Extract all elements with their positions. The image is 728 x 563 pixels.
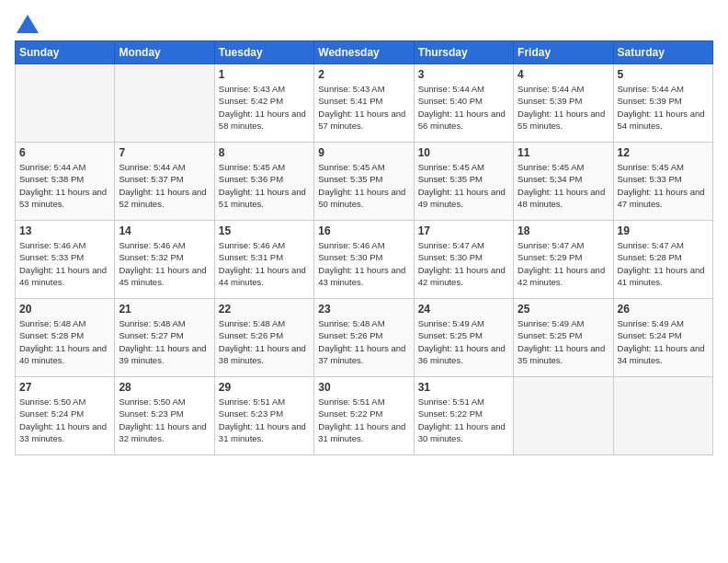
sunrise-text: Sunrise: 5:44 AM (19, 162, 85, 172)
calendar-cell (115, 64, 214, 143)
day-number: 2 (318, 68, 409, 81)
daylight-text: Daylight: 11 hours and 31 minutes. (219, 421, 306, 443)
day-number: 6 (19, 146, 110, 159)
day-number: 30 (318, 381, 409, 394)
day-number: 14 (119, 224, 210, 237)
calendar-cell: 9 Sunrise: 5:45 AM Sunset: 5:35 PM Dayli… (314, 143, 414, 221)
calendar-cell: 13 Sunrise: 5:46 AM Sunset: 5:33 PM Dayl… (16, 221, 115, 299)
sunset-text: Sunset: 5:35 PM (418, 174, 483, 184)
daylight-text: Daylight: 11 hours and 32 minutes. (119, 421, 206, 443)
sunrise-text: Sunrise: 5:43 AM (318, 84, 384, 94)
calendar-cell: 16 Sunrise: 5:46 AM Sunset: 5:30 PM Dayl… (314, 221, 414, 299)
sunset-text: Sunset: 5:30 PM (318, 252, 382, 262)
daylight-text: Daylight: 11 hours and 41 minutes. (618, 265, 705, 287)
sunset-text: Sunset: 5:42 PM (219, 96, 283, 106)
sunset-text: Sunset: 5:22 PM (318, 408, 382, 419)
sunrise-text: Sunrise: 5:45 AM (318, 162, 384, 172)
sunset-text: Sunset: 5:38 PM (19, 174, 84, 184)
calendar-week-4: 20 Sunrise: 5:48 AM Sunset: 5:28 PM Dayl… (16, 299, 713, 377)
day-number: 16 (318, 224, 409, 237)
day-header-wednesday: Wednesday (314, 41, 414, 64)
sunset-text: Sunset: 5:41 PM (318, 96, 382, 106)
calendar-cell: 3 Sunrise: 5:44 AM Sunset: 5:40 PM Dayli… (414, 64, 513, 143)
daylight-text: Daylight: 11 hours and 50 minutes. (318, 187, 405, 209)
day-number: 22 (219, 303, 310, 316)
daylight-text: Daylight: 11 hours and 35 minutes. (518, 343, 605, 365)
calendar-cell: 11 Sunrise: 5:45 AM Sunset: 5:34 PM Dayl… (514, 143, 613, 221)
day-info: Sunrise: 5:47 AM Sunset: 5:28 PM Dayligh… (618, 239, 709, 288)
daylight-text: Daylight: 11 hours and 45 minutes. (119, 265, 206, 287)
day-info: Sunrise: 5:48 AM Sunset: 5:26 PM Dayligh… (318, 317, 409, 366)
sunrise-text: Sunrise: 5:46 AM (219, 240, 285, 250)
sunset-text: Sunset: 5:33 PM (618, 174, 682, 184)
sunrise-text: Sunrise: 5:45 AM (219, 162, 285, 172)
day-number: 19 (618, 224, 709, 237)
daylight-text: Daylight: 11 hours and 56 minutes. (418, 109, 506, 131)
daylight-text: Daylight: 11 hours and 34 minutes. (618, 343, 705, 365)
daylight-text: Daylight: 11 hours and 52 minutes. (119, 187, 206, 209)
day-info: Sunrise: 5:44 AM Sunset: 5:39 PM Dayligh… (518, 83, 609, 132)
sunset-text: Sunset: 5:23 PM (219, 408, 283, 419)
day-header-tuesday: Tuesday (214, 41, 313, 64)
sunrise-text: Sunrise: 5:49 AM (418, 318, 484, 328)
day-info: Sunrise: 5:51 AM Sunset: 5:23 PM Dayligh… (219, 396, 310, 444)
sunset-text: Sunset: 5:31 PM (219, 252, 283, 262)
calendar-cell: 31 Sunrise: 5:51 AM Sunset: 5:22 PM Dayl… (414, 377, 513, 455)
sunset-text: Sunset: 5:22 PM (418, 408, 483, 419)
day-info: Sunrise: 5:47 AM Sunset: 5:30 PM Dayligh… (418, 239, 509, 288)
day-number: 17 (418, 224, 509, 237)
logo (15, 15, 39, 33)
day-number: 31 (418, 381, 509, 394)
calendar-cell: 1 Sunrise: 5:43 AM Sunset: 5:42 PM Dayli… (214, 64, 313, 143)
day-header-monday: Monday (115, 41, 214, 64)
daylight-text: Daylight: 11 hours and 33 minutes. (19, 421, 107, 443)
day-info: Sunrise: 5:48 AM Sunset: 5:27 PM Dayligh… (119, 317, 210, 366)
sunset-text: Sunset: 5:25 PM (418, 330, 483, 340)
daylight-text: Daylight: 11 hours and 55 minutes. (518, 109, 605, 131)
sunrise-text: Sunrise: 5:50 AM (19, 396, 85, 407)
day-info: Sunrise: 5:44 AM Sunset: 5:37 PM Dayligh… (119, 161, 210, 210)
calendar-cell: 6 Sunrise: 5:44 AM Sunset: 5:38 PM Dayli… (16, 143, 115, 221)
day-info: Sunrise: 5:45 AM Sunset: 5:34 PM Dayligh… (518, 161, 609, 210)
sunset-text: Sunset: 5:34 PM (518, 174, 582, 184)
day-number: 27 (19, 381, 110, 394)
day-number: 10 (418, 146, 509, 159)
sunrise-text: Sunrise: 5:45 AM (518, 162, 584, 172)
sunrise-text: Sunrise: 5:46 AM (119, 240, 185, 250)
calendar-week-2: 6 Sunrise: 5:44 AM Sunset: 5:38 PM Dayli… (16, 143, 713, 221)
sunrise-text: Sunrise: 5:44 AM (518, 84, 584, 94)
sunset-text: Sunset: 5:25 PM (518, 330, 582, 340)
sunrise-text: Sunrise: 5:47 AM (418, 240, 484, 250)
day-info: Sunrise: 5:49 AM Sunset: 5:24 PM Dayligh… (618, 317, 709, 366)
sunrise-text: Sunrise: 5:46 AM (318, 240, 384, 250)
day-number: 11 (518, 146, 609, 159)
day-number: 21 (119, 303, 210, 316)
day-info: Sunrise: 5:46 AM Sunset: 5:30 PM Dayligh… (318, 239, 409, 288)
calendar-cell: 22 Sunrise: 5:48 AM Sunset: 5:26 PM Dayl… (214, 299, 313, 377)
calendar-cell (613, 377, 712, 455)
calendar-cell: 26 Sunrise: 5:49 AM Sunset: 5:24 PM Dayl… (613, 299, 712, 377)
calendar-cell: 18 Sunrise: 5:47 AM Sunset: 5:29 PM Dayl… (514, 221, 613, 299)
page-header (15, 15, 713, 33)
svg-marker-0 (17, 15, 39, 33)
calendar-table: SundayMondayTuesdayWednesdayThursdayFrid… (15, 40, 713, 455)
sunset-text: Sunset: 5:24 PM (19, 408, 84, 419)
day-info: Sunrise: 5:45 AM Sunset: 5:36 PM Dayligh… (219, 161, 310, 210)
calendar-cell: 25 Sunrise: 5:49 AM Sunset: 5:25 PM Dayl… (514, 299, 613, 377)
day-info: Sunrise: 5:43 AM Sunset: 5:41 PM Dayligh… (318, 83, 409, 132)
calendar-cell: 30 Sunrise: 5:51 AM Sunset: 5:22 PM Dayl… (314, 377, 414, 455)
daylight-text: Daylight: 11 hours and 36 minutes. (418, 343, 506, 365)
daylight-text: Daylight: 11 hours and 42 minutes. (418, 265, 506, 287)
daylight-text: Daylight: 11 hours and 38 minutes. (219, 343, 306, 365)
daylight-text: Daylight: 11 hours and 39 minutes. (119, 343, 206, 365)
day-number: 4 (518, 68, 609, 81)
calendar-cell: 27 Sunrise: 5:50 AM Sunset: 5:24 PM Dayl… (16, 377, 115, 455)
calendar-cell: 4 Sunrise: 5:44 AM Sunset: 5:39 PM Dayli… (514, 64, 613, 143)
sunset-text: Sunset: 5:37 PM (119, 174, 183, 184)
sunset-text: Sunset: 5:36 PM (219, 174, 283, 184)
calendar-cell: 2 Sunrise: 5:43 AM Sunset: 5:41 PM Dayli… (314, 64, 414, 143)
day-info: Sunrise: 5:50 AM Sunset: 5:24 PM Dayligh… (19, 396, 110, 444)
sunset-text: Sunset: 5:39 PM (618, 96, 682, 106)
sunrise-text: Sunrise: 5:46 AM (19, 240, 85, 250)
sunrise-text: Sunrise: 5:49 AM (618, 318, 684, 328)
